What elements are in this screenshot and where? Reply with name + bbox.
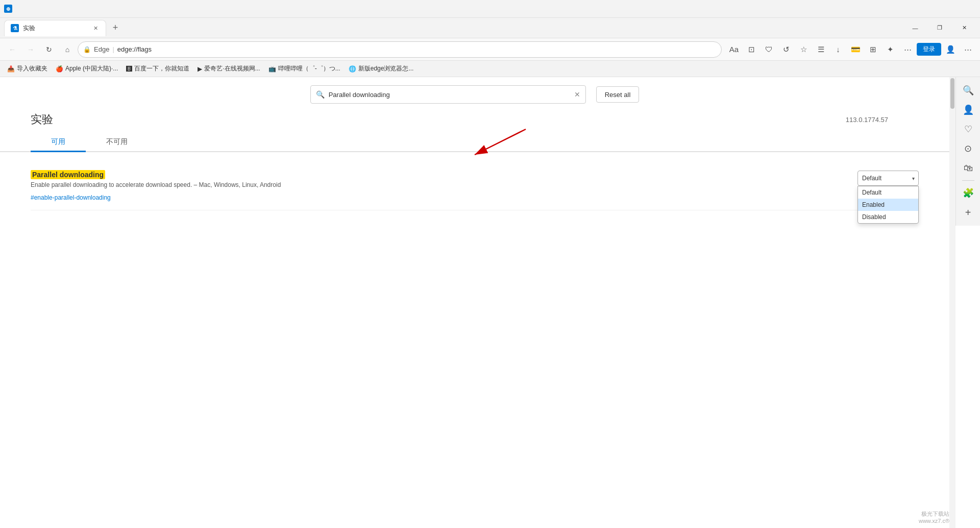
reset-all-button[interactable]: Reset all: [596, 86, 640, 103]
settings-icon[interactable]: ⋯: [960, 41, 976, 58]
browser-actions-icon[interactable]: ⋯: [899, 41, 916, 58]
edge-tab-icon: ⊕: [4, 5, 12, 13]
flag-link[interactable]: #enable-parallel-downloading: [31, 194, 111, 201]
refresh-icon[interactable]: ↺: [778, 41, 794, 58]
forward-button[interactable]: →: [22, 41, 39, 58]
watermark-line2: www.xz7.c®: [919, 518, 949, 524]
flag-select-dropdown[interactable]: Default Enabled Disabled: [857, 171, 919, 186]
sidebar-add-button[interactable]: +: [959, 203, 977, 222]
iqiyi-icon: ▶: [198, 65, 202, 73]
clear-search-icon[interactable]: ✕: [574, 90, 580, 99]
minimize-button[interactable]: —: [903, 20, 927, 36]
immersive-reader-icon[interactable]: ⊡: [743, 41, 760, 58]
search-icon: 🔍: [316, 90, 325, 99]
wallet-icon[interactable]: 💳: [847, 41, 864, 58]
refresh-button[interactable]: ↻: [41, 41, 57, 58]
main-content: 🔍 ✕ Reset all 实验 113.0.1774.57 可用 不可用 Pa…: [0, 77, 949, 528]
edge-tips-icon: 🌐: [349, 65, 356, 73]
flag-select-container: Default Enabled Disabled ▾ Default Enabl…: [857, 171, 919, 186]
import-icon: 📥: [7, 65, 15, 73]
watermark: 极光下载站 www.xz7.c®: [919, 510, 949, 524]
edge-tips-label: 新版edge浏览器怎...: [358, 64, 414, 73]
tab-unavailable[interactable]: 不可用: [86, 133, 148, 152]
sidebar-circle-icon[interactable]: ⊙: [959, 139, 977, 158]
close-button[interactable]: ✕: [952, 20, 976, 36]
account-icon[interactable]: 👤: [942, 41, 959, 58]
bookmark-iqiyi[interactable]: ▶ 爱奇艺·在线视频网...: [194, 63, 263, 74]
sidebar-favorites-icon[interactable]: ♡: [959, 120, 977, 138]
flag-name-highlighted: Parallel downloading: [31, 170, 105, 179]
read-aloud-icon[interactable]: Aa: [726, 41, 742, 58]
flags-tabs: 可用 不可用: [0, 133, 949, 152]
favorites-icon[interactable]: ☆: [795, 41, 812, 58]
sidebar-divider: [962, 180, 974, 181]
new-tab-button[interactable]: +: [108, 21, 122, 35]
page-title: 实验: [31, 112, 53, 127]
copilot-icon[interactable]: ✦: [882, 41, 898, 58]
browser-essentials-icon[interactable]: 🛡: [761, 41, 777, 58]
collections-icon[interactable]: ☰: [813, 41, 829, 58]
version-text: 113.0.1774.57: [846, 116, 888, 124]
import-label: 导入收藏夹: [17, 64, 47, 73]
bookmark-apple[interactable]: 🍎 Apple (中国大陆)·...: [53, 63, 121, 74]
flag-item-parallel-downloading: Parallel downloading Enable parallel dow…: [31, 162, 919, 210]
flags-search-box: 🔍 ✕: [310, 85, 586, 104]
address-lock-icon: 🔒: [83, 46, 91, 53]
tab-close-button[interactable]: ✕: [91, 24, 100, 32]
bookmark-edge-tips[interactable]: 🌐 新版edge浏览器怎...: [346, 63, 417, 74]
page-title-row: 实验 113.0.1774.57: [0, 112, 949, 127]
sidebar-shop-icon[interactable]: 🛍: [959, 159, 977, 177]
flag-info: Parallel downloading Enable parallel dow…: [31, 171, 847, 202]
apple-label: Apple (中国大陆)·...: [65, 64, 118, 73]
nav-bar: ← → ↻ ⌂ 🔒 Edge | edge://flags Aa ⊡ 🛡 ↺ ☆…: [0, 38, 980, 61]
apple-icon: 🍎: [56, 65, 63, 73]
back-button[interactable]: ←: [4, 41, 20, 58]
sidebar-profile-icon[interactable]: 👤: [959, 101, 977, 119]
flags-header: 🔍 ✕ Reset all: [0, 77, 949, 112]
tab-available[interactable]: 可用: [31, 133, 86, 152]
login-button[interactable]: 登录: [917, 43, 941, 56]
dropdown-option-default[interactable]: Default: [858, 186, 918, 199]
address-text: edge://flags: [117, 45, 152, 53]
baidu-label: 百度一下，你就知道: [134, 64, 189, 73]
bookmarks-bar: 📥 导入收藏夹 🍎 Apple (中国大陆)·... 🅱 百度一下，你就知道 ▶…: [0, 61, 980, 77]
window-controls: — ❐ ✕: [903, 20, 976, 36]
flag-name: Parallel downloading: [31, 171, 847, 179]
bilibili-icon: 📺: [268, 65, 276, 73]
address-separator: |: [112, 45, 114, 53]
dropdown-option-enabled[interactable]: Enabled: [858, 199, 918, 211]
scrollbar[interactable]: [949, 77, 955, 528]
search-input[interactable]: [329, 91, 570, 99]
title-bar: ⊕: [0, 0, 980, 18]
maximize-button[interactable]: ❐: [928, 20, 951, 36]
home-button[interactable]: ⌂: [59, 41, 76, 58]
bookmark-bilibili[interactable]: 📺 哔哩哔哩（゜-゜）つ...: [265, 63, 344, 74]
sidebar-search-icon[interactable]: 🔍: [959, 81, 977, 100]
toolbar-icons: Aa ⊡ 🛡 ↺ ☆ ☰ ↓ 💳 ⊞ ✦ ⋯ 登录 👤 ⋯: [726, 41, 976, 58]
sidebar-extensions-icon[interactable]: 🧩: [959, 184, 977, 202]
sidebar: 🔍 👤 ♡ ⊙ 🛍 🧩 +: [955, 77, 980, 226]
dropdown-option-disabled[interactable]: Disabled: [858, 211, 918, 223]
bookmark-baidu[interactable]: 🅱 百度一下，你就知道: [123, 63, 192, 74]
dropdown-open: Default Enabled Disabled: [857, 186, 919, 224]
address-edge-label: Edge: [94, 45, 109, 53]
search-container: 🔍 ✕: [310, 85, 586, 104]
tab-title: 实验: [23, 24, 35, 33]
tab-favicon: ⚗: [11, 24, 19, 32]
downloads-icon[interactable]: ↓: [830, 41, 846, 58]
flags-content: Parallel downloading Enable parallel dow…: [0, 152, 949, 221]
import-bookmarks[interactable]: 📥 导入收藏夹: [4, 63, 51, 74]
iqiyi-label: 爱奇艺·在线视频网...: [204, 64, 260, 73]
bilibili-label: 哔哩哔哩（゜-゜）つ...: [278, 64, 340, 73]
active-tab[interactable]: ⚗ 实验 ✕: [4, 20, 106, 36]
watermark-line1: 极光下载站: [919, 510, 949, 518]
tab-bar: ⚗ 实验 ✕ + — ❐ ✕: [0, 18, 980, 38]
address-bar[interactable]: 🔒 Edge | edge://flags: [78, 41, 722, 58]
baidu-icon: 🅱: [126, 65, 132, 73]
flag-description: Enable parallel downloading to accelerat…: [31, 181, 847, 189]
title-bar-left: ⊕: [4, 5, 12, 13]
scrollbar-thumb[interactable]: [950, 78, 954, 109]
extensions-icon[interactable]: ⊞: [865, 41, 881, 58]
